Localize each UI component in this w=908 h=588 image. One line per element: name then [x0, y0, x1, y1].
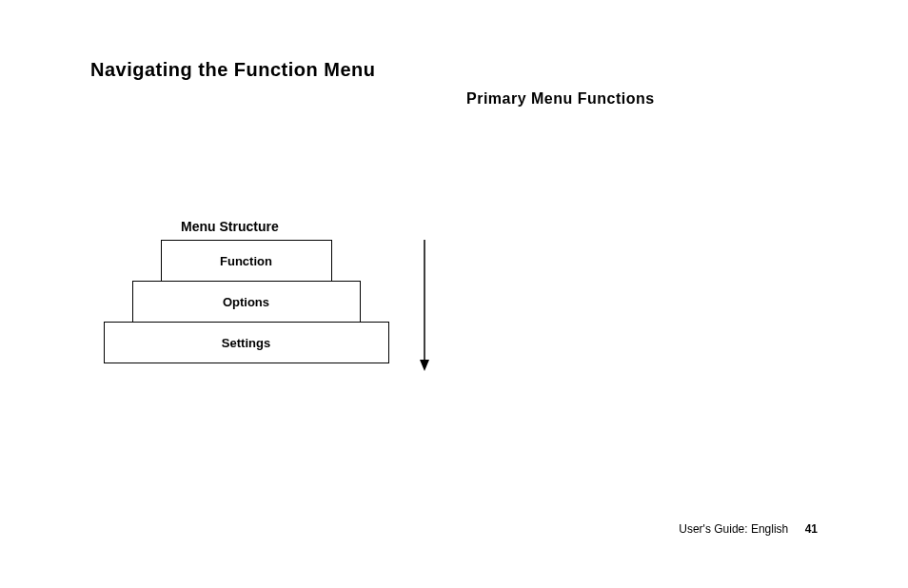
column-heading: Primary Menu Functions — [466, 90, 655, 108]
page-footer: User's Guide: English 41 — [679, 522, 818, 536]
page-number: 41 — [805, 522, 818, 536]
diagram-level-settings: Settings — [104, 322, 389, 363]
down-arrow-icon — [419, 240, 430, 371]
diagram-level-function: Function — [161, 240, 332, 282]
page-title: Navigating the Function Menu — [90, 59, 376, 81]
diagram-label: Menu Structure — [181, 219, 279, 234]
footer-guide-text: User's Guide: English — [679, 522, 788, 536]
menu-structure-diagram: Function Options Settings — [101, 240, 391, 363]
svg-marker-1 — [420, 360, 429, 371]
document-page: Navigating the Function Menu Primary Men… — [0, 0, 908, 588]
diagram-level-options: Options — [132, 281, 361, 323]
